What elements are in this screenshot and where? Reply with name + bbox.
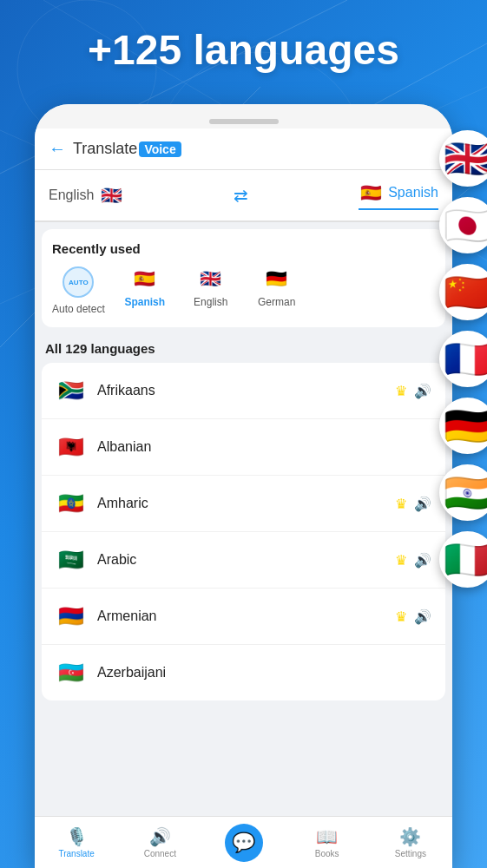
header-title: +125 languages [0, 26, 487, 74]
recent-spanish-label: Spanish [124, 296, 165, 308]
app-title-voice: Voice [139, 141, 181, 157]
swap-languages-button[interactable]: ⇄ [234, 185, 248, 206]
phone-notch [35, 104, 452, 128]
back-button[interactable]: ← [49, 139, 66, 159]
floating-flag-italy: 🇮🇹 [439, 531, 487, 588]
language-list: 🇿🇦 Afrikaans ♛ 🔊 🇦🇱 Albanian 🇪🇹 Amharic [42, 363, 445, 700]
source-language[interactable]: English 🇬🇧 [49, 183, 123, 207]
translate-nav-label: Translate [58, 849, 94, 858]
nav-translate[interactable]: 🎙️ Translate [35, 826, 118, 858]
lang-item-azerbaijani[interactable]: 🇦🇿 Azerbaijani [42, 645, 445, 700]
phone-dots [209, 119, 279, 124]
voice-icon-4: 🔊 [414, 608, 431, 625]
phone-screen: ← Translate Voice English 🇬🇧 ⇄ 🇪🇸 Spanis… [35, 128, 452, 868]
recent-english-label: English [194, 296, 227, 308]
recently-used-section: Recently used AUTO Auto detect 🇪🇸 Spanis… [42, 229, 445, 327]
recent-spanish-flag: 🇪🇸 [133, 266, 157, 291]
amharic-name: Amharic [97, 496, 385, 511]
recent-items-list: AUTO Auto detect 🇪🇸 Spanish 🇬🇧 English 🇩… [52, 266, 435, 315]
language-selector: English 🇬🇧 ⇄ 🇪🇸 Spanish [35, 170, 452, 222]
azerbaijani-flag: 🇦🇿 [56, 657, 87, 688]
recent-item-english[interactable]: 🇬🇧 English [185, 266, 237, 308]
recent-item-spanish[interactable]: 🇪🇸 Spanish [119, 266, 171, 308]
recent-item-german[interactable]: 🇩🇪 German [251, 266, 303, 308]
crown-icon-2: ♛ [395, 496, 407, 512]
bottom-navigation: 🎙️ Translate 🔊 Connect 💬 📖 Books ⚙️ Sett… [35, 816, 452, 868]
nav-books[interactable]: 📖 Books [286, 826, 369, 858]
auto-detect-label: Auto detect [52, 303, 105, 315]
crown-icon-4: ♛ [395, 608, 407, 625]
armenian-icons: ♛ 🔊 [395, 608, 431, 625]
floating-flag-germany: 🇩🇪 [439, 398, 487, 454]
books-nav-icon: 📖 [316, 826, 338, 847]
floating-flag-japan: 🇯🇵 [439, 197, 487, 253]
floating-flag-france: 🇫🇷 [439, 331, 487, 387]
auto-detect-circle: AUTO [63, 266, 94, 298]
voice-icon: 🔊 [414, 383, 431, 399]
app-bar: ← Translate Voice [35, 128, 452, 170]
connect-nav-icon: 🔊 [149, 826, 171, 847]
voice-icon-3: 🔊 [414, 552, 431, 569]
floating-flags-container: 🇬🇧 🇯🇵 🇨🇳 🇫🇷 🇩🇪 🇮🇳 🇮🇹 [439, 130, 487, 588]
lang-item-afrikaans[interactable]: 🇿🇦 Afrikaans ♛ 🔊 [42, 363, 445, 419]
floating-flag-china: 🇨🇳 [439, 264, 487, 320]
target-lang-label: Spanish [388, 185, 438, 201]
floating-flag-uk: 🇬🇧 [439, 130, 487, 187]
books-nav-label: Books [315, 849, 339, 858]
azerbaijani-name: Azerbaijani [97, 665, 421, 681]
target-language[interactable]: 🇪🇸 Spanish [359, 181, 438, 210]
connect-nav-label: Connect [144, 849, 176, 858]
albanian-name: Albanian [97, 439, 421, 455]
lang-item-amharic[interactable]: 🇪🇹 Amharic ♛ 🔊 [42, 476, 445, 532]
armenian-name: Armenian [97, 608, 385, 624]
crown-icon: ♛ [395, 383, 407, 399]
amharic-icons: ♛ 🔊 [395, 496, 431, 512]
all-languages-title: All 129 languages [35, 327, 452, 363]
recent-english-flag: 🇬🇧 [199, 266, 223, 291]
lang-item-armenian[interactable]: 🇦🇲 Armenian ♛ 🔊 [42, 589, 445, 645]
center-chat-button[interactable]: 💬 [225, 824, 263, 862]
amharic-flag: 🇪🇹 [56, 488, 87, 519]
afrikaans-name: Afrikaans [97, 383, 385, 398]
arabic-name: Arabic [97, 552, 385, 568]
albanian-flag: 🇦🇱 [56, 431, 87, 463]
recent-item-auto[interactable]: AUTO Auto detect [52, 266, 105, 315]
phone-frame: ← Translate Voice English 🇬🇧 ⇄ 🇪🇸 Spanis… [35, 104, 452, 868]
arabic-flag: 🇸🇦 [56, 544, 87, 575]
source-lang-flag: 🇬🇧 [99, 183, 123, 207]
app-title: Translate Voice [73, 140, 181, 158]
armenian-flag: 🇦🇲 [56, 601, 87, 632]
afrikaans-flag: 🇿🇦 [56, 375, 87, 406]
source-lang-label: English [49, 187, 94, 203]
voice-icon-2: 🔊 [414, 496, 431, 512]
lang-item-albanian[interactable]: 🇦🇱 Albanian [42, 419, 445, 476]
recent-german-label: German [258, 296, 295, 308]
nav-chat-center[interactable]: 💬 [201, 824, 285, 862]
nav-connect[interactable]: 🔊 Connect [118, 826, 201, 858]
app-title-translate: Translate [73, 140, 137, 158]
floating-flag-india: 🇮🇳 [439, 464, 487, 521]
afrikaans-icons: ♛ 🔊 [395, 383, 431, 399]
recent-german-flag: 🇩🇪 [265, 266, 289, 291]
nav-settings[interactable]: ⚙️ Settings [369, 826, 452, 858]
translate-nav-icon: 🎙️ [66, 826, 88, 847]
lang-item-arabic[interactable]: 🇸🇦 Arabic ♛ 🔊 [42, 532, 445, 589]
target-lang-flag: 🇪🇸 [359, 181, 383, 205]
content-area: Recently used AUTO Auto detect 🇪🇸 Spanis… [35, 222, 452, 858]
recently-used-title: Recently used [52, 241, 435, 256]
settings-nav-label: Settings [395, 849, 426, 858]
chat-center-icon: 💬 [232, 832, 255, 854]
crown-icon-3: ♛ [395, 552, 407, 569]
arabic-icons: ♛ 🔊 [395, 552, 431, 569]
auto-detect-text: AUTO [69, 279, 89, 286]
settings-nav-icon: ⚙️ [399, 826, 421, 847]
